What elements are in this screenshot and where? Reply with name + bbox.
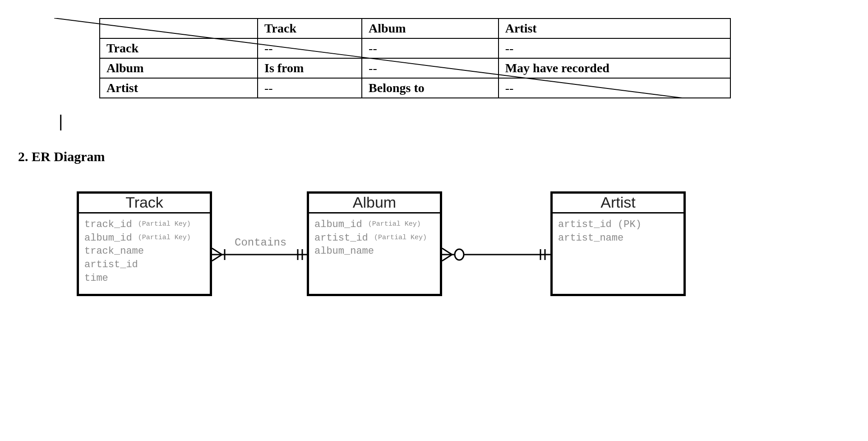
matrix-cell: -- [499, 38, 730, 58]
matrix-cell: -- [499, 78, 730, 98]
attr-row: artist_id (PK) [558, 218, 678, 232]
matrix-cell: Is from [258, 58, 362, 78]
attr-row: track_id (Partial Key) [84, 218, 204, 232]
svg-point-10 [455, 249, 464, 260]
svg-line-9 [442, 255, 452, 261]
entity-artist: Artist artist_id (PK) artist_name [550, 191, 686, 296]
attr-row: album_id (Partial Key) [84, 232, 204, 245]
attr-row: track_name [84, 245, 204, 258]
svg-line-2 [212, 248, 222, 255]
matrix-cell: -- [258, 38, 362, 58]
section-heading: 2. ER Diagram [18, 149, 859, 164]
matrix-col-header: Artist [499, 19, 730, 38]
connector-track-album [212, 246, 307, 264]
relationship-matrix-container: Track Album Artist Track -- -- -- Album … [54, 18, 686, 98]
entity-attributes: track_id (Partial Key) album_id (Partial… [79, 214, 210, 294]
entity-attributes: album_id (Partial Key) artist_id (Partia… [309, 214, 440, 294]
attr-row: artist_name [558, 232, 678, 245]
entity-album: Album album_id (Partial Key) artist_id (… [307, 191, 442, 296]
connector-album-artist [442, 246, 550, 264]
attr-row: artist_id (Partial Key) [314, 232, 434, 245]
svg-line-3 [212, 255, 222, 261]
attr-row: album_id (Partial Key) [314, 218, 434, 232]
svg-line-8 [442, 248, 452, 255]
matrix-cell: -- [362, 58, 499, 78]
matrix-col-header: Track [258, 19, 362, 38]
matrix-col-header: Album [362, 19, 499, 38]
matrix-corner-cell [100, 19, 258, 38]
matrix-row-header: Artist [100, 78, 258, 98]
matrix-cell: -- [258, 78, 362, 98]
attr-row: time [84, 272, 204, 285]
text-cursor: | [59, 112, 859, 131]
er-diagram: Track track_id (Partial Key) album_id (P… [77, 191, 708, 327]
attr-row: artist_id [84, 258, 204, 272]
relationship-matrix: Track Album Artist Track -- -- -- Album … [99, 18, 731, 98]
entity-title: Track [79, 194, 210, 214]
matrix-cell: -- [362, 38, 499, 58]
matrix-cell: Belongs to [362, 78, 499, 98]
matrix-row-header: Track [100, 38, 258, 58]
attr-row: album_name [314, 245, 434, 258]
entity-track: Track track_id (Partial Key) album_id (P… [77, 191, 212, 296]
entity-title: Album [309, 194, 440, 214]
matrix-cell: May have recorded [499, 58, 730, 78]
entity-title: Artist [553, 194, 683, 214]
matrix-row-header: Album [100, 58, 258, 78]
entity-attributes: artist_id (PK) artist_name [553, 214, 683, 294]
